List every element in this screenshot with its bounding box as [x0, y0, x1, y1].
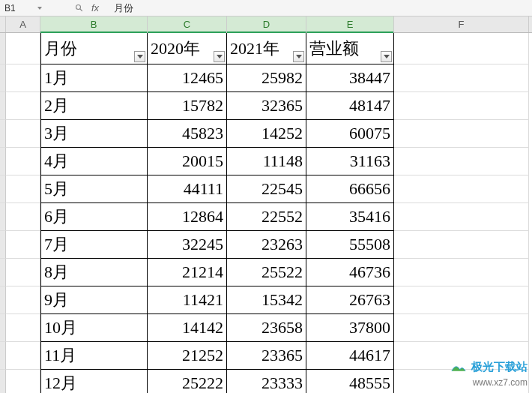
cell-total[interactable]: 60075 [306, 120, 394, 148]
cell[interactable] [6, 203, 40, 231]
row-header[interactable] [0, 33, 6, 64]
filter-button[interactable] [134, 51, 145, 62]
cell[interactable] [6, 370, 40, 393]
cell-month[interactable]: 9月 [40, 286, 148, 314]
cell-2021[interactable]: 23333 [227, 370, 306, 393]
col-header-A[interactable]: A [6, 16, 40, 32]
cell-2020[interactable]: 12864 [148, 203, 227, 231]
search-icon[interactable] [75, 4, 84, 13]
cell-total[interactable]: 38447 [306, 64, 394, 92]
cell-2020[interactable]: 11421 [148, 286, 227, 314]
cell-total[interactable]: 44617 [306, 342, 394, 370]
cell-total[interactable]: 48147 [306, 92, 394, 120]
cell-month[interactable]: 11月 [40, 342, 148, 370]
formula-bar-value[interactable]: 月份 [106, 2, 133, 15]
row-header[interactable] [0, 370, 6, 393]
col-header-C[interactable]: C [148, 16, 227, 32]
cell[interactable] [6, 176, 40, 203]
cell[interactable] [6, 314, 40, 342]
cell-2021[interactable]: 23658 [227, 314, 306, 342]
cell-month[interactable]: 7月 [40, 231, 148, 259]
cell[interactable] [394, 92, 529, 120]
cell-total[interactable]: 48555 [306, 370, 394, 393]
cell-month[interactable]: 12月 [40, 370, 148, 393]
row-header[interactable] [0, 120, 6, 148]
cell-2020[interactable]: 14142 [148, 314, 227, 342]
row-header[interactable] [0, 342, 6, 370]
cell-2020[interactable]: 20015 [148, 148, 227, 176]
filter-button[interactable] [214, 51, 225, 62]
header-2021[interactable]: 2021年 [227, 33, 306, 64]
cell[interactable] [6, 120, 40, 148]
cell[interactable] [394, 286, 529, 314]
cell-month[interactable]: 3月 [40, 120, 148, 148]
row-header[interactable] [0, 259, 6, 286]
cell-month[interactable]: 1月 [40, 64, 148, 92]
cell-2021[interactable]: 22552 [227, 203, 306, 231]
cell-2020[interactable]: 32245 [148, 231, 227, 259]
cell[interactable] [394, 342, 529, 370]
cell[interactable] [394, 314, 529, 342]
cell[interactable] [394, 120, 529, 148]
header-total[interactable]: 营业额 [306, 33, 394, 64]
cell-total[interactable]: 26763 [306, 286, 394, 314]
cell-2020[interactable]: 45823 [148, 120, 227, 148]
cell[interactable] [6, 148, 40, 176]
row-header[interactable] [0, 64, 6, 92]
cell-total[interactable]: 46736 [306, 259, 394, 286]
row-header[interactable] [0, 231, 6, 259]
col-header-B[interactable]: B [40, 16, 148, 32]
cell-month[interactable]: 5月 [40, 176, 148, 203]
select-all-corner[interactable] [0, 16, 6, 32]
cell-2020[interactable]: 12465 [148, 64, 227, 92]
cell[interactable] [6, 92, 40, 120]
cell[interactable] [394, 33, 529, 64]
cell-2020[interactable]: 21214 [148, 259, 227, 286]
cell-2020[interactable]: 44111 [148, 176, 227, 203]
cell[interactable] [394, 231, 529, 259]
filter-button[interactable] [381, 51, 392, 62]
header-2020[interactable]: 2020年 [148, 33, 227, 64]
cell-2020[interactable]: 25222 [148, 370, 227, 393]
cell-2021[interactable]: 23263 [227, 231, 306, 259]
cell[interactable] [6, 259, 40, 286]
row-header[interactable] [0, 92, 6, 120]
cell-2020[interactable]: 21252 [148, 342, 227, 370]
col-header-F[interactable]: F [394, 16, 529, 32]
cell-month[interactable]: 6月 [40, 203, 148, 231]
fx-icon[interactable]: fx [91, 2, 99, 14]
cell-2021[interactable]: 22545 [227, 176, 306, 203]
cell[interactable] [6, 231, 40, 259]
cell-total[interactable]: 31163 [306, 148, 394, 176]
col-header-E[interactable]: E [306, 16, 394, 32]
row-header[interactable] [0, 176, 6, 203]
filter-button[interactable] [293, 51, 304, 62]
spreadsheet-grid[interactable]: 月份 2020年 2021年 营业额 1月1246525982384472月15… [0, 33, 532, 393]
cell-2021[interactable]: 15342 [227, 286, 306, 314]
cell-2021[interactable]: 11148 [227, 148, 306, 176]
cell-2021[interactable]: 25522 [227, 259, 306, 286]
cell[interactable] [6, 33, 40, 64]
row-header[interactable] [0, 203, 6, 231]
row-header[interactable] [0, 286, 6, 314]
row-header[interactable] [0, 148, 6, 176]
cell[interactable] [394, 203, 529, 231]
cell[interactable] [394, 259, 529, 286]
row-header[interactable] [0, 314, 6, 342]
cell-month[interactable]: 2月 [40, 92, 148, 120]
header-month[interactable]: 月份 [40, 33, 148, 64]
cell-2021[interactable]: 25982 [227, 64, 306, 92]
cell[interactable] [394, 370, 529, 393]
cell[interactable] [394, 64, 529, 92]
cell[interactable] [6, 286, 40, 314]
cell[interactable] [394, 176, 529, 203]
cell-total[interactable]: 37800 [306, 314, 394, 342]
cell-2021[interactable]: 14252 [227, 120, 306, 148]
cell-2020[interactable]: 15782 [148, 92, 227, 120]
cell-total[interactable]: 35416 [306, 203, 394, 231]
cell[interactable] [394, 148, 529, 176]
cell-total[interactable]: 55508 [306, 231, 394, 259]
cell-total[interactable]: 66656 [306, 176, 394, 203]
cell[interactable] [6, 64, 40, 92]
cell[interactable] [6, 342, 40, 370]
